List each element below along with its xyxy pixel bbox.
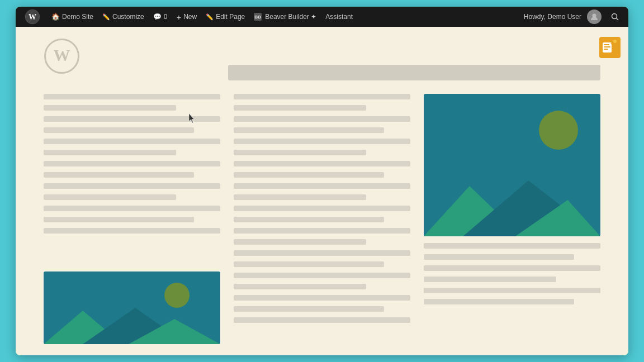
text-line	[234, 284, 366, 289]
text-line	[44, 217, 194, 222]
search-icon	[611, 13, 619, 21]
admin-bar-comments[interactable]: 💬 0	[149, 7, 172, 27]
svg-rect-12	[604, 46, 610, 47]
text-line	[234, 139, 410, 144]
admin-bar-new[interactable]: + New	[172, 7, 201, 27]
svg-point-15	[613, 40, 617, 43]
text-line	[424, 299, 574, 304]
text-line	[234, 317, 410, 323]
header-bar	[228, 65, 600, 80]
text-line	[234, 239, 366, 245]
comments-icon: 💬	[153, 13, 162, 21]
svg-line-6	[617, 18, 619, 21]
admin-bar-beaver-builder[interactable]: BB Beaver Builder ✦	[249, 7, 321, 27]
svg-point-5	[612, 14, 617, 19]
admin-bar-right: Howdy, Demo User	[519, 7, 624, 27]
text-line	[234, 273, 410, 278]
text-line	[234, 94, 410, 99]
svg-rect-13	[604, 49, 608, 50]
home-icon: 🏠	[51, 13, 60, 21]
image-placeholder-col1	[44, 272, 220, 344]
text-line	[44, 183, 220, 189]
text-line	[44, 172, 194, 178]
text-line	[424, 243, 600, 249]
svg-text:W: W	[54, 46, 70, 64]
text-line	[234, 261, 384, 267]
text-line	[234, 217, 384, 222]
beaver-builder-icon: BB	[254, 13, 262, 21]
text-line	[234, 172, 384, 178]
search-button[interactable]	[606, 8, 624, 26]
text-line	[44, 194, 176, 200]
image-placeholder-col3	[424, 94, 600, 236]
text-line	[44, 206, 220, 211]
text-line	[234, 250, 410, 256]
user-avatar-icon	[590, 12, 599, 21]
admin-bar-customize[interactable]: ✏️ Customize	[98, 7, 149, 27]
admin-bar-demo-site[interactable]: 🏠 Demo Site	[47, 7, 98, 27]
text-line	[424, 254, 574, 260]
text-line	[234, 306, 384, 312]
text-line	[234, 105, 366, 111]
text-line	[424, 265, 600, 271]
assistant-sticky-icon[interactable]	[599, 37, 621, 60]
text-line	[234, 161, 410, 166]
text-line	[234, 194, 366, 200]
text-line	[234, 206, 410, 211]
wp-circle-logo: W	[44, 38, 80, 74]
customize-icon: ✏️	[102, 13, 110, 21]
howdy-user[interactable]: Howdy, Demo User	[519, 7, 606, 27]
columns-area	[44, 94, 600, 344]
text-line	[424, 288, 600, 293]
text-line	[44, 150, 176, 155]
text-line	[234, 116, 410, 122]
svg-text:W: W	[29, 13, 36, 21]
svg-rect-11	[604, 44, 609, 45]
column-2	[234, 94, 410, 344]
admin-bar-edit-page[interactable]: ✏️ Edit Page	[201, 7, 249, 27]
text-line	[44, 161, 220, 166]
svg-text:BB: BB	[254, 15, 261, 20]
text-line	[234, 183, 410, 189]
new-icon: +	[176, 12, 181, 22]
column-3	[424, 94, 600, 344]
text-line	[234, 295, 410, 301]
page-content: W	[16, 27, 628, 355]
browser-window: W 🏠 Demo Site ✏️ Customize 💬 0 + New ✏️ …	[16, 7, 628, 355]
text-line	[44, 139, 220, 144]
text-line	[44, 127, 194, 133]
text-line	[44, 94, 220, 99]
column-1	[44, 94, 220, 344]
text-line	[234, 150, 366, 155]
admin-bar-assistant[interactable]: Assistant	[321, 7, 357, 27]
text-line	[44, 116, 220, 122]
edit-page-icon: ✏️	[206, 13, 214, 21]
text-line	[234, 127, 384, 133]
admin-bar: W 🏠 Demo Site ✏️ Customize 💬 0 + New ✏️ …	[16, 7, 628, 27]
text-line	[44, 105, 176, 111]
wp-logo-button[interactable]: W	[20, 7, 47, 27]
text-line	[424, 277, 556, 282]
text-line	[234, 228, 410, 234]
text-line	[44, 228, 220, 234]
